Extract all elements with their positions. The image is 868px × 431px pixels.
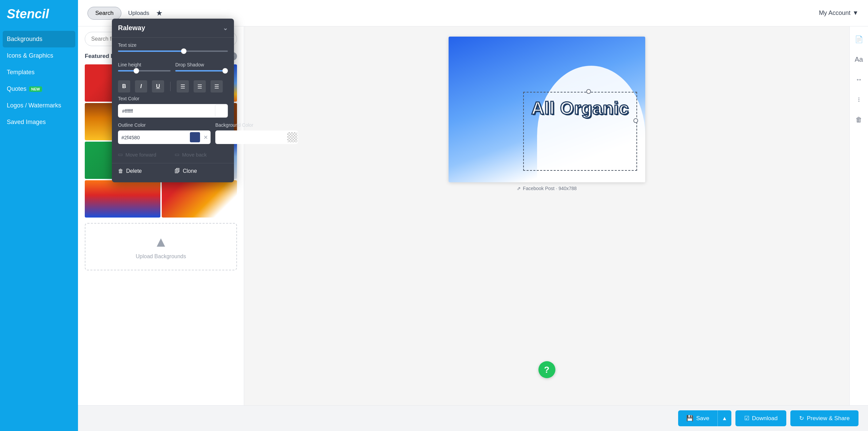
- new-badge: NEW: [29, 86, 42, 92]
- formatting-row: B I U ☰ ☰ ☰: [112, 77, 234, 96]
- clone-icon: 🗐: [175, 168, 180, 174]
- move-back-icon: ▭: [175, 151, 179, 158]
- drop-shadow-slider[interactable]: [175, 70, 228, 71]
- delete-label: Delete: [126, 168, 142, 174]
- my-account-label: My Account: [819, 9, 850, 17]
- uploads-tab[interactable]: Uploads: [128, 10, 149, 17]
- background-thumbnail-sunset[interactable]: [85, 180, 160, 218]
- expand-icon[interactable]: ⇗: [517, 186, 521, 191]
- align-right-button[interactable]: ☰: [211, 80, 223, 93]
- preview-label: Preview & Share: [807, 415, 850, 422]
- my-account-button[interactable]: My Account ▼: [819, 9, 859, 17]
- move-forward-label: Move forward: [125, 152, 156, 158]
- main-area: Search Uploads ★ My Account ▼ Featured B…: [78, 0, 868, 431]
- outline-color-label: Outline Color: [118, 122, 211, 128]
- preview-share-button[interactable]: ↻ Preview & Share: [790, 410, 859, 426]
- separator: [170, 82, 171, 91]
- upload-area[interactable]: ▲ Upload Backgrounds: [85, 223, 237, 270]
- help-bubble[interactable]: ?: [538, 361, 555, 378]
- line-height-section: Line height: [118, 62, 171, 77]
- delete-button[interactable]: 🗑 Delete: [118, 165, 171, 177]
- search-tab[interactable]: Search: [87, 7, 121, 20]
- save-icon: 💾: [686, 415, 693, 422]
- clone-button[interactable]: 🗐 Clone: [175, 165, 228, 177]
- align-left-button[interactable]: ☰: [177, 80, 189, 93]
- grid-icon[interactable]: ⁝: [856, 94, 862, 106]
- bold-button[interactable]: B: [118, 80, 130, 93]
- header-left: Search Uploads ★: [87, 7, 163, 20]
- move-back-label: Move back: [182, 152, 207, 158]
- text-size-label: Text size: [118, 42, 228, 48]
- outline-bg-row: Outline Color ✕ Background Color: [112, 122, 234, 148]
- background-color-input-wrap: [215, 130, 298, 144]
- drop-shadow-label: Drop Shadow: [175, 62, 228, 67]
- move-forward-icon: ▭: [118, 151, 123, 158]
- sidebar-item-label: Quotes: [7, 85, 26, 93]
- line-height-slider[interactable]: [118, 70, 171, 71]
- text-color-input[interactable]: [118, 108, 214, 114]
- close-icon[interactable]: ⌄: [223, 26, 228, 32]
- sidebar-item-quotes[interactable]: Quotes NEW: [0, 81, 78, 97]
- italic-button[interactable]: I: [135, 80, 147, 93]
- text-color-swatch[interactable]: [215, 105, 227, 117]
- move-row: ▭ Move forward ▭ Move back: [112, 148, 234, 163]
- trash-icon[interactable]: 🗑: [853, 114, 864, 126]
- right-toolbar: 📄 Aa ↔ ⁝ 🗑: [849, 26, 868, 405]
- background-thumbnail-eagle[interactable]: [162, 180, 237, 218]
- background-color-section: Background Color: [215, 122, 298, 144]
- move-back-button[interactable]: ▭ Move back: [175, 149, 228, 160]
- outline-clear-icon[interactable]: ✕: [201, 134, 211, 141]
- chevron-down-icon: ▼: [852, 9, 859, 17]
- underline-button[interactable]: U: [152, 80, 164, 93]
- download-icon: ☑: [744, 415, 749, 422]
- canvas-meta-label: Facebook Post · 940x788: [523, 186, 577, 191]
- favorites-star-icon[interactable]: ★: [156, 9, 163, 18]
- text-color-section: Text Color: [112, 96, 234, 122]
- sidebar-item-label: Logos / Watermarks: [7, 102, 61, 109]
- upload-label: Upload Backgrounds: [136, 253, 186, 260]
- align-center-button[interactable]: ☰: [194, 80, 206, 93]
- text-size-icon[interactable]: Aa: [853, 54, 865, 65]
- clone-label: Clone: [183, 168, 197, 174]
- sidebar-item-label: Icons & Graphics: [7, 52, 53, 59]
- drop-shadow-section: Drop Shadow: [175, 62, 228, 77]
- canvas-wrapper[interactable]: All Organic: [449, 37, 645, 182]
- action-row: 🗑 Delete 🗐 Clone: [112, 163, 234, 182]
- background-color-input[interactable]: [215, 135, 287, 140]
- sidebar-item-saved-images[interactable]: Saved Images: [0, 114, 78, 130]
- file-icon[interactable]: 📄: [853, 33, 865, 45]
- sidebar-nav: Backgrounds Icons & Graphics Templates Q…: [0, 29, 78, 132]
- font-name-label: Raleway: [118, 26, 145, 32]
- outline-color-input[interactable]: [118, 135, 189, 140]
- sidebar: Stencil Backgrounds Icons & Graphics Tem…: [0, 0, 78, 431]
- sidebar-item-label: Saved Images: [7, 119, 46, 126]
- bottom-bar: 💾 Save ▲ ☑ Download ↻ Preview & Share: [78, 405, 868, 431]
- popup-header: Raleway ⌄: [112, 26, 234, 38]
- text-size-section: Text size: [112, 38, 234, 52]
- sidebar-item-label: Templates: [7, 69, 35, 76]
- resize-icon[interactable]: ↔: [853, 74, 864, 85]
- sidebar-item-icons-graphics[interactable]: Icons & Graphics: [0, 47, 78, 64]
- sidebar-item-templates[interactable]: Templates: [0, 64, 78, 81]
- save-caret-button[interactable]: ▲: [717, 410, 731, 426]
- share-icon: ↻: [799, 415, 804, 422]
- canvas-meta: ⇗ Facebook Post · 940x788: [517, 186, 577, 191]
- upload-icon: ▲: [154, 234, 168, 250]
- download-button[interactable]: ☑ Download: [735, 410, 787, 426]
- background-checker-pattern[interactable]: [287, 132, 297, 142]
- text-size-slider[interactable]: [118, 50, 228, 52]
- background-color-label: Background Color: [215, 122, 298, 128]
- save-button[interactable]: 💾 Save: [678, 410, 717, 426]
- sidebar-item-logos-watermarks[interactable]: Logos / Watermarks: [0, 97, 78, 114]
- delete-icon: 🗑: [118, 168, 123, 174]
- sidebar-item-backgrounds[interactable]: Backgrounds: [3, 31, 75, 47]
- outline-color-swatch[interactable]: [190, 132, 200, 142]
- save-label: Save: [696, 415, 709, 422]
- move-forward-button[interactable]: ▭ Move forward: [118, 149, 171, 160]
- line-drop-section: Line height Drop Shadow: [112, 57, 234, 77]
- canvas-text[interactable]: All Organic: [519, 98, 641, 118]
- canvas-background: All Organic: [449, 37, 645, 182]
- outline-color-section: Outline Color ✕: [118, 122, 211, 144]
- text-color-label: Text Color: [118, 96, 228, 101]
- font-popup: Raleway ⌄ Text size Line height: [112, 26, 234, 182]
